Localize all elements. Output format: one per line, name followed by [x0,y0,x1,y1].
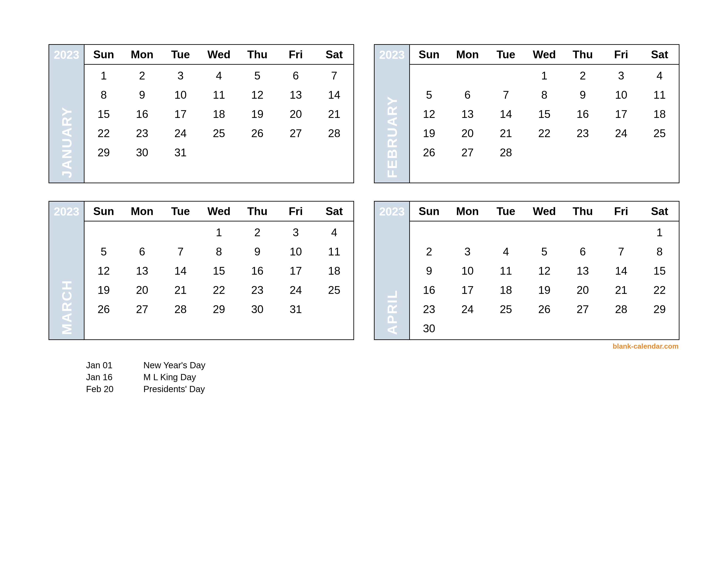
day-cell: 29 [200,300,238,319]
empty-cell [84,162,123,181]
empty-cell [161,162,200,181]
empty-cell [410,66,448,85]
empty-cell [161,319,200,338]
day-cell: 20 [448,124,487,143]
day-cell: 23 [410,300,448,319]
day-cell: 13 [277,85,315,104]
day-cell: 7 [487,85,525,104]
empty-cell [84,319,123,338]
weekday-header: SunMonTueWedThuFriSat [410,201,679,221]
empty-cell [602,143,640,162]
year-label: 2023 [49,201,84,221]
day-cell: 11 [315,242,353,261]
day-cell: 10 [277,242,315,261]
day-cell: 8 [525,85,563,104]
weekday-label: Sat [315,201,353,221]
empty-cell [487,319,525,338]
empty-cell [315,162,353,181]
day-cell: 11 [200,85,238,104]
day-cell: 18 [315,261,353,280]
day-cell: 12 [525,261,563,280]
day-cell: 3 [602,66,640,85]
source-link[interactable]: blank-calendar.com [49,342,679,351]
empty-cell [640,162,679,181]
weekday-label: Thu [564,45,602,64]
day-cell: 8 [84,85,123,104]
day-cell: 1 [525,66,563,85]
empty-cell [640,143,679,162]
empty-cell [564,223,602,242]
day-cell: 28 [315,124,353,143]
weekday-label: Wed [525,45,563,64]
month-sidebar: 2023MARCH [49,201,84,339]
empty-cell [161,223,200,242]
day-cell: 1 [640,223,679,242]
day-cell: 11 [487,261,525,280]
day-cell: 10 [602,85,640,104]
day-cell: 7 [315,66,353,85]
day-cell: 21 [161,280,200,300]
day-cell: 10 [161,85,200,104]
day-cell: 30 [123,143,161,162]
day-cell: 22 [84,124,123,143]
day-grid: 1234567891011121314151617181920212223242… [410,221,679,339]
day-cell: 7 [602,242,640,261]
day-cell: 2 [410,242,448,261]
day-cell: 25 [315,280,353,300]
empty-cell [315,319,353,338]
day-cell: 15 [640,261,679,280]
day-grid: 1234567891011121314151617181920212223242… [84,65,353,182]
day-cell: 16 [564,104,602,124]
day-cell: 9 [238,242,277,261]
day-grid: 1234567891011121314151617181920212223242… [410,65,679,182]
empty-cell [525,223,563,242]
day-cell: 6 [277,66,315,85]
day-cell: 10 [448,261,487,280]
weekday-label: Fri [602,201,640,221]
day-cell: 24 [161,124,200,143]
day-cell: 23 [564,124,602,143]
weekday-header: SunMonTueWedThuFriSat [84,45,353,65]
empty-cell [487,66,525,85]
weekday-label: Tue [161,201,200,221]
day-cell: 5 [238,66,277,85]
weekday-header: SunMonTueWedThuFriSat [410,45,679,65]
empty-cell [200,319,238,338]
holiday-name: Presidents' Day [143,383,205,395]
day-cell: 6 [448,85,487,104]
weekday-label: Thu [238,201,277,221]
empty-cell [410,223,448,242]
weekday-label: Fri [277,201,315,221]
day-cell: 12 [238,85,277,104]
empty-cell [277,319,315,338]
weekday-label: Sat [315,45,353,64]
day-cell: 26 [238,124,277,143]
holiday-name: M L King Day [143,371,196,383]
weekday-label: Sat [640,201,679,221]
weekday-label: Tue [161,45,200,64]
day-cell: 28 [602,300,640,319]
month-name: JANUARY [59,106,74,178]
day-cell: 5 [525,242,563,261]
day-cell: 3 [277,223,315,242]
day-cell: 25 [487,300,525,319]
year-label: 2023 [49,45,84,65]
day-cell: 30 [410,319,448,338]
weekday-label: Wed [200,45,238,64]
holiday-row: Feb 20Presidents' Day [86,383,679,395]
weekday-label: Tue [487,45,525,64]
day-cell: 24 [277,280,315,300]
day-cell: 14 [487,104,525,124]
empty-cell [448,223,487,242]
weekday-label: Mon [123,45,161,64]
month-sidebar: 2023FEBRUARY [375,45,410,182]
day-cell: 26 [525,300,563,319]
empty-cell [315,300,353,319]
day-cell: 8 [200,242,238,261]
day-cell: 20 [564,280,602,300]
holiday-row: Jan 01New Year's Day [86,359,679,371]
empty-cell [410,162,448,181]
day-cell: 6 [564,242,602,261]
weekday-header: SunMonTueWedThuFriSat [84,201,353,221]
day-cell: 26 [84,300,123,319]
